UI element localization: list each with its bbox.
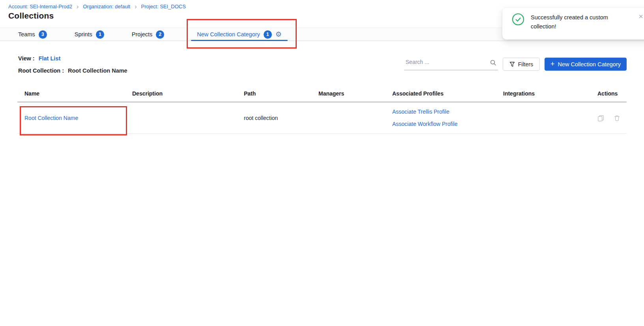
column-header-description: Description [125, 85, 237, 102]
copy-icon[interactable] [597, 115, 604, 122]
tab-new-collection-category-label: New Collection Category [197, 31, 260, 37]
new-collection-category-button[interactable]: + New Collection Category [545, 58, 627, 71]
cell-actions [590, 102, 627, 134]
collections-table: Name Description Path Managers Associate… [17, 85, 627, 134]
associate-trellis-profile-link[interactable]: Associate Trellis Profile [392, 106, 493, 118]
toolbar-controls: Filters + New Collection Category [404, 58, 627, 71]
trash-icon[interactable] [614, 115, 620, 122]
cell-managers [311, 102, 385, 134]
search-box [404, 58, 498, 70]
success-check-icon [512, 13, 524, 26]
column-header-integrations: Integrations [496, 85, 590, 102]
collection-info: View : Flat List Root Collection : Root … [18, 52, 127, 77]
column-header-actions: Actions [590, 85, 627, 102]
new-collection-category-button-label: New Collection Category [558, 61, 621, 67]
collection-name-link[interactable]: Root Collection Name [24, 115, 78, 121]
tab-projects[interactable]: Projects 2 [131, 28, 165, 41]
tab-teams[interactable]: Teams 3 [17, 28, 48, 41]
breadcrumb-project-link[interactable]: Project: SEI_DOCS [141, 4, 185, 9]
tab-sprints-count-badge: 1 [96, 30, 104, 39]
toast-close-icon[interactable]: ✕ [637, 13, 644, 21]
filter-funnel-icon [509, 62, 515, 67]
table-row: Root Collection Name root collection Ass… [17, 102, 627, 134]
tab-new-collection-category[interactable]: New Collection Category 1 ⚙ [191, 28, 288, 41]
table-header-row: Name Description Path Managers Associate… [17, 85, 627, 102]
tab-teams-label: Teams [18, 31, 35, 37]
cell-description [125, 102, 237, 134]
column-header-managers: Managers [311, 85, 385, 102]
tab-teams-count-badge: 3 [39, 30, 47, 39]
search-input[interactable] [406, 59, 490, 65]
plus-icon: + [550, 60, 555, 67]
tab-projects-label: Projects [132, 31, 152, 37]
breadcrumb-organization-link[interactable]: Organization: default [83, 4, 130, 9]
tab-sprints[interactable]: Sprints 1 [74, 28, 105, 41]
search-icon[interactable] [490, 60, 496, 67]
breadcrumb-account-link[interactable]: Account: SEI-Internal-Prod2 [8, 4, 72, 9]
cell-associated-profiles: Associate Trellis Profile Associate Work… [385, 102, 496, 134]
tab-sprints-label: Sprints [75, 31, 92, 37]
chevron-right-icon: › [135, 3, 137, 10]
view-label: View : [18, 52, 35, 65]
cell-integrations [496, 102, 590, 134]
tab-new-collection-category-count-badge: 1 [264, 30, 272, 39]
associate-workflow-profile-link[interactable]: Associate Workflow Profile [392, 118, 493, 130]
column-header-associated-profiles: Associated Profiles [385, 85, 496, 102]
success-toast: Successfully created a custom collection… [502, 8, 644, 39]
toast-message: Successfully created a custom collection… [531, 13, 625, 31]
chevron-right-icon: › [77, 3, 79, 10]
view-mode-link[interactable]: Flat List [39, 52, 61, 65]
filters-button-label: Filters [518, 61, 533, 67]
page-title: Collections [8, 11, 54, 21]
tab-projects-count-badge: 2 [156, 30, 164, 39]
cell-path: root collection [237, 102, 311, 134]
column-header-name: Name [17, 85, 125, 102]
root-collection-value: Root Collection Name [68, 65, 127, 77]
gear-icon[interactable]: ⚙ [275, 31, 282, 38]
root-collection-label: Root Collection : [18, 65, 64, 77]
cell-name: Root Collection Name [17, 102, 125, 134]
column-header-path: Path [237, 85, 311, 102]
breadcrumb: Account: SEI-Internal-Prod2 › Organizati… [8, 3, 186, 10]
filters-button[interactable]: Filters [503, 58, 540, 71]
